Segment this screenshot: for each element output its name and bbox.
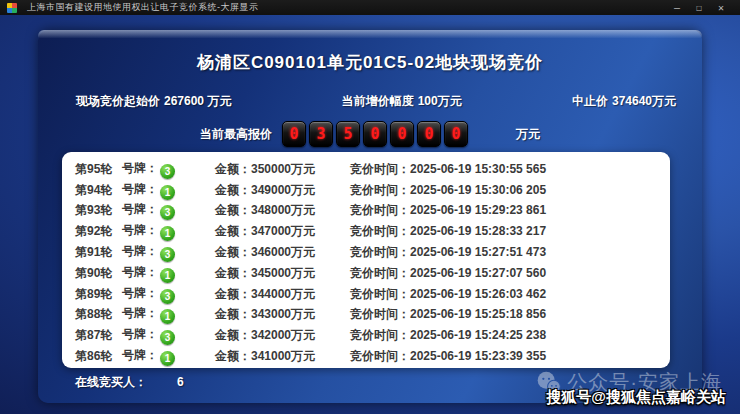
time-value: 2025-06-19 15:26:03 462 <box>410 287 546 301</box>
amount-cell: 金额：342000万元 <box>215 327 350 344</box>
table-row: 第86轮 号牌：1 金额：341000万元 竞价时间：2025-06-19 15… <box>62 346 670 367</box>
bid-history-table: 第95轮 号牌：3 金额：350000万元 竞价时间：2025-06-19 15… <box>62 152 670 368</box>
amount-cell: 金额：341000万元 <box>215 348 350 365</box>
amount-label: 金额： <box>215 224 251 238</box>
increment-value: 100万元 <box>418 94 462 108</box>
increment: 当前增价幅度100万元 <box>342 93 466 110</box>
amount-label: 金额： <box>215 266 251 280</box>
round-cell: 第95轮 <box>75 161 122 178</box>
bidder-cell: 号牌：3 <box>122 160 215 179</box>
start-price: 现场竞价起始价267600 万元 <box>76 93 235 110</box>
time-label: 竞价时间： <box>350 287 410 301</box>
round-cell: 第90轮 <box>75 265 122 282</box>
bidder-badge: 3 <box>160 247 175 262</box>
bidder-label: 号牌： <box>122 182 158 196</box>
time-value: 2025-06-19 15:27:07 560 <box>410 266 546 280</box>
cutoff-price: 中止价374640万元 <box>572 93 680 110</box>
time-label: 竞价时间： <box>350 307 410 321</box>
window-controls: — ☐ ✕ <box>674 3 734 13</box>
amount-value: 349000万元 <box>251 183 315 197</box>
bidder-cell: 号牌：1 <box>122 347 215 366</box>
time-cell: 竞价时间：2025-06-19 15:23:39 355 <box>350 348 670 365</box>
bid-digit: 0 <box>444 121 468 147</box>
round-cell: 第91轮 <box>75 244 122 261</box>
amount-label: 金额： <box>215 245 251 259</box>
table-row: 第87轮 号牌：3 金额：342000万元 竞价时间：2025-06-19 15… <box>62 325 670 346</box>
time-cell: 竞价时间：2025-06-19 15:27:51 473 <box>350 244 670 261</box>
time-value: 2025-06-19 15:27:51 473 <box>410 245 546 259</box>
close-button[interactable]: ✕ <box>718 3 724 13</box>
highest-bid-unit: 万元 <box>516 126 540 143</box>
time-label: 竞价时间： <box>350 349 410 363</box>
time-cell: 竞价时间：2025-06-19 15:24:25 238 <box>350 327 670 344</box>
amount-value: 350000万元 <box>251 162 315 176</box>
time-label: 竞价时间： <box>350 203 410 217</box>
table-row: 第94轮 号牌：1 金额：349000万元 竞价时间：2025-06-19 15… <box>62 180 670 201</box>
bid-digit: 0 <box>390 121 414 147</box>
amount-label: 金额： <box>215 349 251 363</box>
bidder-badge: 3 <box>160 289 175 304</box>
table-row: 第91轮 号牌：3 金额：346000万元 竞价时间：2025-06-19 15… <box>62 242 670 263</box>
round-cell: 第86轮 <box>75 348 122 365</box>
time-label: 竞价时间： <box>350 162 410 176</box>
bidder-badge: 1 <box>160 309 175 324</box>
time-value: 2025-06-19 15:30:06 205 <box>410 183 546 197</box>
amount-cell: 金额：348000万元 <box>215 202 350 219</box>
amount-cell: 金额：347000万元 <box>215 223 350 240</box>
bidder-cell: 号牌：1 <box>122 222 215 241</box>
bidder-badge: 1 <box>160 351 175 366</box>
table-row: 第95轮 号牌：3 金额：350000万元 竞价时间：2025-06-19 15… <box>62 159 670 180</box>
start-price-value: 267600 万元 <box>164 94 231 108</box>
bidder-badge: 3 <box>160 330 175 345</box>
bidder-cell: 号牌：3 <box>122 201 215 220</box>
online-bidders-row: 在线竞买人：6 <box>75 374 184 391</box>
amount-value: 346000万元 <box>251 245 315 259</box>
minimize-button[interactable]: — <box>674 3 680 13</box>
bidder-cell: 号牌：3 <box>122 326 215 345</box>
increment-label: 当前增价幅度 <box>342 94 414 108</box>
bidder-badge: 1 <box>160 268 175 283</box>
table-row: 第92轮 号牌：1 金额：347000万元 竞价时间：2025-06-19 15… <box>62 221 670 242</box>
amount-label: 金额： <box>215 287 251 301</box>
bidder-label: 号牌： <box>122 202 158 216</box>
time-value: 2025-06-19 15:29:23 861 <box>410 203 546 217</box>
time-cell: 竞价时间：2025-06-19 15:30:55 565 <box>350 161 670 178</box>
round-cell: 第92轮 <box>75 223 122 240</box>
amount-value: 343000万元 <box>251 307 315 321</box>
cutoff-price-value: 374640万元 <box>612 94 676 108</box>
bidder-label: 号牌： <box>122 286 158 300</box>
bidder-badge: 1 <box>160 185 175 200</box>
bid-digit: 0 <box>363 121 387 147</box>
amount-cell: 金额：349000万元 <box>215 182 350 199</box>
sohu-watermark: 搜狐号@搜狐焦点嘉峪关站 <box>546 388 726 407</box>
table-row: 第88轮 号牌：1 金额：343000万元 竞价时间：2025-06-19 15… <box>62 305 670 326</box>
window-title: 上海市国有建设用地使用权出让电子竞价系统-大屏显示 <box>27 1 259 14</box>
amount-cell: 金额：345000万元 <box>215 265 350 282</box>
amount-label: 金额： <box>215 328 251 342</box>
amount-value: 342000万元 <box>251 328 315 342</box>
maximize-button[interactable]: ☐ <box>696 3 702 13</box>
table-row: 第90轮 号牌：1 金额：345000万元 竞价时间：2025-06-19 15… <box>62 263 670 284</box>
bidder-cell: 号牌：1 <box>122 305 215 324</box>
time-label: 竞价时间： <box>350 328 410 342</box>
bidder-label: 号牌： <box>122 348 158 362</box>
window-body: 杨浦区C090101单元01C5-02地块现场竞价 现场竞价起始价267600 … <box>0 15 740 414</box>
time-value: 2025-06-19 15:30:55 565 <box>410 162 546 176</box>
time-label: 竞价时间： <box>350 224 410 238</box>
page-title: 杨浦区C090101单元01C5-02地块现场竞价 <box>38 51 702 74</box>
time-cell: 竞价时间：2025-06-19 15:30:06 205 <box>350 182 670 199</box>
time-cell: 竞价时间：2025-06-19 15:28:33 217 <box>350 223 670 240</box>
time-cell: 竞价时间：2025-06-19 15:27:07 560 <box>350 265 670 282</box>
time-value: 2025-06-19 15:28:33 217 <box>410 224 546 238</box>
bidder-badge: 3 <box>160 205 175 220</box>
amount-value: 341000万元 <box>251 349 315 363</box>
auction-info-row: 现场竞价起始价267600 万元 当前增价幅度100万元 中止价374640万元 <box>76 93 680 110</box>
bidder-label: 号牌： <box>122 265 158 279</box>
highest-bid-digits: 0 3 5 0 0 0 0 <box>282 121 468 147</box>
bidder-label: 号牌： <box>122 223 158 237</box>
bidder-cell: 号牌：3 <box>122 285 215 304</box>
time-value: 2025-06-19 15:24:25 238 <box>410 328 546 342</box>
amount-value: 345000万元 <box>251 266 315 280</box>
bid-digit: 0 <box>282 121 306 147</box>
amount-label: 金额： <box>215 183 251 197</box>
